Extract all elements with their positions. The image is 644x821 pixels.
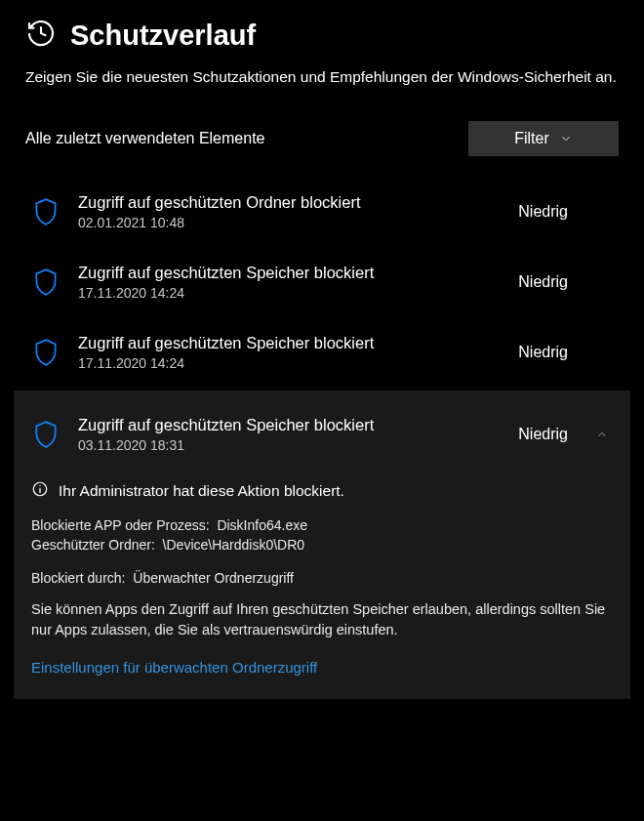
shield-icon xyxy=(31,338,60,367)
history-item-time: 03.11.2020 18:31 xyxy=(78,437,501,453)
history-item-time: 02.01.2021 10:48 xyxy=(78,215,501,230)
filter-button[interactable]: Filter xyxy=(468,121,619,156)
details-description: Sie können Apps den Zugriff auf Ihren ge… xyxy=(31,599,613,640)
page-subtitle: Zeigen Sie die neuesten Schutzaktionen u… xyxy=(25,66,619,88)
history-item-time: 17.11.2020 14:24 xyxy=(78,285,501,301)
history-item-severity: Niedrig xyxy=(518,426,574,443)
shield-icon xyxy=(31,197,60,226)
recent-items-label: Alle zuletzt verwendeten Elemente xyxy=(25,130,264,147)
history-item-title: Zugriff auf geschützten Speicher blockie… xyxy=(78,416,501,434)
history-item-title: Zugriff auf geschützten Speicher blockie… xyxy=(78,334,501,352)
history-item-title: Zugriff auf geschützten Speicher blockie… xyxy=(78,264,501,282)
page-title: Schutzverlauf xyxy=(70,20,256,52)
history-item-severity: Niedrig xyxy=(518,344,574,361)
collapse-button[interactable] xyxy=(591,428,613,441)
info-icon xyxy=(31,480,49,502)
history-item[interactable]: Zugriff auf geschützten Ordner blockiert… xyxy=(25,180,619,244)
history-item[interactable]: Zugriff auf geschützten Speicher blockie… xyxy=(25,250,619,314)
history-item[interactable]: Zugriff auf geschützten Speicher blockie… xyxy=(25,320,619,385)
history-item[interactable]: Zugriff auf geschützten Speicher blockie… xyxy=(25,402,619,467)
history-item-severity: Niedrig xyxy=(518,203,574,221)
svg-point-2 xyxy=(39,485,40,486)
history-icon xyxy=(25,18,57,53)
blocked-by-row: Blockiert durch: Überwachter Ordnerzugri… xyxy=(31,570,613,586)
blocked-app-row: Blockierte APP oder Prozess: DiskInfo64.… xyxy=(31,517,613,533)
history-item-title: Zugriff auf geschützten Ordner blockiert xyxy=(78,193,501,212)
chevron-up-icon xyxy=(595,428,609,441)
chevron-down-icon xyxy=(559,132,573,145)
filter-button-label: Filter xyxy=(514,130,549,147)
controlled-folder-access-settings-link[interactable]: Einstellungen für überwachten Ordnerzugr… xyxy=(31,659,613,676)
history-item-severity: Niedrig xyxy=(518,273,574,291)
admin-blocked-message: Ihr Administrator hat diese Aktion block… xyxy=(59,482,344,500)
history-item-expanded: Zugriff auf geschützten Speicher blockie… xyxy=(14,390,630,698)
shield-icon xyxy=(31,420,60,449)
history-item-time: 17.11.2020 14:24 xyxy=(78,355,501,371)
shield-icon xyxy=(31,267,60,297)
protected-folder-row: Geschützter Ordner: \Device\Harddisk0\DR… xyxy=(31,537,613,553)
